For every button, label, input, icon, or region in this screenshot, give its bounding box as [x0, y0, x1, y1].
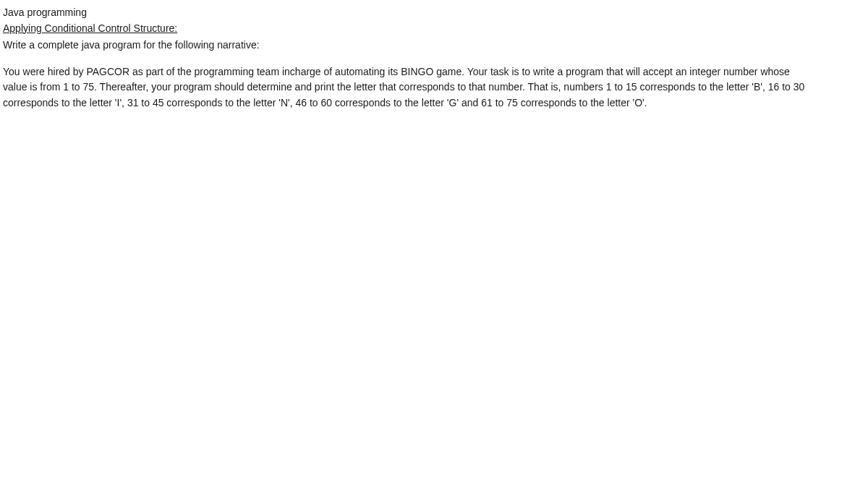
document-title: Java programming — [3, 6, 865, 20]
document-narrative: You were hired by PAGCOR as part of the … — [3, 64, 813, 111]
document-instruction: Write a complete java program for the fo… — [3, 38, 865, 53]
document-subtitle: Applying Conditional Control Structure: — [3, 22, 865, 36]
